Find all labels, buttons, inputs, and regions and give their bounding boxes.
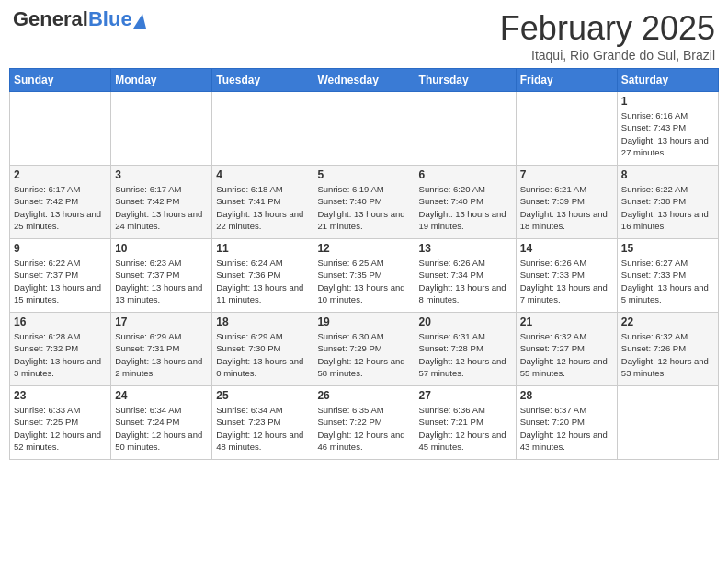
day-cell: 20Sunrise: 6:31 AM Sunset: 7:28 PM Dayli…: [415, 313, 516, 386]
day-cell: 27Sunrise: 6:36 AM Sunset: 7:21 PM Dayli…: [415, 386, 516, 460]
title-block: February 2025 Itaqui, Rio Grande do Sul,…: [500, 9, 715, 63]
day-cell: 3Sunrise: 6:17 AM Sunset: 7:42 PM Daylig…: [111, 166, 212, 239]
day-info: Sunrise: 6:36 AM Sunset: 7:21 PM Dayligh…: [419, 404, 512, 453]
day-info: Sunrise: 6:24 AM Sunset: 7:36 PM Dayligh…: [216, 257, 309, 305]
day-number: 19: [317, 316, 410, 328]
day-cell: 21Sunrise: 6:32 AM Sunset: 7:27 PM Dayli…: [516, 313, 617, 386]
weekday-header-saturday: Saturday: [617, 69, 718, 92]
day-number: 12: [317, 242, 410, 255]
day-info: Sunrise: 6:21 AM Sunset: 7:39 PM Dayligh…: [520, 183, 613, 232]
day-number: 7: [520, 168, 613, 181]
day-number: 24: [115, 389, 208, 402]
day-number: 14: [520, 242, 613, 255]
day-number: 8: [621, 168, 714, 181]
day-number: 10: [115, 242, 208, 255]
day-number: 18: [216, 316, 309, 328]
day-info: Sunrise: 6:22 AM Sunset: 7:38 PM Dayligh…: [621, 183, 714, 232]
week-row-5: 23Sunrise: 6:33 AM Sunset: 7:25 PM Dayli…: [10, 386, 719, 460]
day-number: 6: [419, 168, 512, 181]
day-cell: 18Sunrise: 6:29 AM Sunset: 7:30 PM Dayli…: [212, 313, 313, 386]
logo-triangle-icon: [133, 14, 146, 29]
day-info: Sunrise: 6:32 AM Sunset: 7:27 PM Dayligh…: [520, 330, 613, 379]
day-info: Sunrise: 6:17 AM Sunset: 7:42 PM Dayligh…: [115, 183, 208, 232]
day-number: 16: [14, 316, 107, 328]
day-cell: 25Sunrise: 6:34 AM Sunset: 7:23 PM Dayli…: [212, 386, 313, 460]
week-row-1: 1Sunrise: 6:16 AM Sunset: 7:43 PM Daylig…: [10, 92, 719, 166]
day-info: Sunrise: 6:30 AM Sunset: 7:29 PM Dayligh…: [317, 330, 410, 379]
week-row-4: 16Sunrise: 6:28 AM Sunset: 7:32 PM Dayli…: [10, 313, 719, 386]
day-cell: 4Sunrise: 6:18 AM Sunset: 7:41 PM Daylig…: [212, 166, 313, 239]
weekday-header-monday: Monday: [111, 69, 212, 92]
day-info: Sunrise: 6:16 AM Sunset: 7:43 PM Dayligh…: [621, 109, 714, 158]
day-cell: [617, 386, 718, 460]
day-number: 22: [621, 316, 714, 328]
weekday-header-tuesday: Tuesday: [212, 69, 313, 92]
day-cell: 16Sunrise: 6:28 AM Sunset: 7:32 PM Dayli…: [10, 313, 111, 386]
day-info: Sunrise: 6:25 AM Sunset: 7:35 PM Dayligh…: [317, 257, 410, 305]
day-cell: 2Sunrise: 6:17 AM Sunset: 7:42 PM Daylig…: [10, 166, 111, 239]
day-info: Sunrise: 6:23 AM Sunset: 7:37 PM Dayligh…: [115, 257, 208, 305]
day-cell: 26Sunrise: 6:35 AM Sunset: 7:22 PM Dayli…: [313, 386, 415, 460]
day-info: Sunrise: 6:34 AM Sunset: 7:23 PM Dayligh…: [216, 404, 309, 453]
day-cell: [212, 92, 313, 166]
day-number: 2: [14, 168, 107, 181]
day-number: 13: [419, 242, 512, 255]
day-info: Sunrise: 6:19 AM Sunset: 7:40 PM Dayligh…: [317, 183, 410, 232]
day-cell: 13Sunrise: 6:26 AM Sunset: 7:34 PM Dayli…: [415, 239, 516, 313]
day-info: Sunrise: 6:29 AM Sunset: 7:30 PM Dayligh…: [216, 330, 309, 379]
day-number: 15: [621, 242, 714, 255]
weekday-header-row: SundayMondayTuesdayWednesdayThursdayFrid…: [10, 69, 719, 92]
day-cell: 6Sunrise: 6:20 AM Sunset: 7:40 PM Daylig…: [415, 166, 516, 239]
day-cell: 24Sunrise: 6:34 AM Sunset: 7:24 PM Dayli…: [111, 386, 212, 460]
day-info: Sunrise: 6:22 AM Sunset: 7:37 PM Dayligh…: [14, 257, 107, 305]
day-info: Sunrise: 6:37 AM Sunset: 7:20 PM Dayligh…: [520, 404, 613, 453]
day-cell: 5Sunrise: 6:19 AM Sunset: 7:40 PM Daylig…: [313, 166, 415, 239]
weekday-header-wednesday: Wednesday: [313, 69, 415, 92]
calendar-table: SundayMondayTuesdayWednesdayThursdayFrid…: [9, 68, 719, 460]
day-cell: 11Sunrise: 6:24 AM Sunset: 7:36 PM Dayli…: [212, 239, 313, 313]
day-number: 1: [621, 95, 714, 108]
day-cell: [10, 92, 111, 166]
day-number: 9: [14, 242, 107, 255]
month-title: February 2025: [500, 9, 715, 48]
day-info: Sunrise: 6:26 AM Sunset: 7:33 PM Dayligh…: [520, 257, 613, 305]
day-cell: [111, 92, 212, 166]
day-info: Sunrise: 6:28 AM Sunset: 7:32 PM Dayligh…: [14, 330, 107, 379]
logo-blue-text: Blue: [88, 7, 132, 30]
weekday-header-friday: Friday: [516, 69, 617, 92]
day-info: Sunrise: 6:26 AM Sunset: 7:34 PM Dayligh…: [419, 257, 512, 305]
location: Itaqui, Rio Grande do Sul, Brazil: [500, 48, 715, 63]
day-number: 11: [216, 242, 309, 255]
day-info: Sunrise: 6:29 AM Sunset: 7:31 PM Dayligh…: [115, 330, 208, 379]
day-cell: 12Sunrise: 6:25 AM Sunset: 7:35 PM Dayli…: [313, 239, 415, 313]
day-number: 23: [14, 389, 107, 402]
day-cell: 9Sunrise: 6:22 AM Sunset: 7:37 PM Daylig…: [10, 239, 111, 313]
day-info: Sunrise: 6:18 AM Sunset: 7:41 PM Dayligh…: [216, 183, 309, 232]
week-row-2: 2Sunrise: 6:17 AM Sunset: 7:42 PM Daylig…: [10, 166, 719, 239]
day-number: 27: [419, 389, 512, 402]
day-number: 28: [520, 389, 613, 402]
day-info: Sunrise: 6:34 AM Sunset: 7:24 PM Dayligh…: [115, 404, 208, 453]
day-info: Sunrise: 6:20 AM Sunset: 7:40 PM Dayligh…: [419, 183, 512, 232]
day-number: 5: [317, 168, 410, 181]
day-cell: 10Sunrise: 6:23 AM Sunset: 7:37 PM Dayli…: [111, 239, 212, 313]
day-cell: 19Sunrise: 6:30 AM Sunset: 7:29 PM Dayli…: [313, 313, 415, 386]
day-number: 17: [115, 316, 208, 328]
day-info: Sunrise: 6:32 AM Sunset: 7:26 PM Dayligh…: [621, 330, 714, 379]
day-info: Sunrise: 6:33 AM Sunset: 7:25 PM Dayligh…: [14, 404, 107, 453]
day-info: Sunrise: 6:31 AM Sunset: 7:28 PM Dayligh…: [419, 330, 512, 379]
day-cell: 22Sunrise: 6:32 AM Sunset: 7:26 PM Dayli…: [617, 313, 718, 386]
day-info: Sunrise: 6:17 AM Sunset: 7:42 PM Dayligh…: [14, 183, 107, 232]
day-number: 26: [317, 389, 410, 402]
day-number: 25: [216, 389, 309, 402]
logo: GeneralBlue: [13, 9, 146, 29]
day-cell: [516, 92, 617, 166]
week-row-3: 9Sunrise: 6:22 AM Sunset: 7:37 PM Daylig…: [10, 239, 719, 313]
day-number: 20: [419, 316, 512, 328]
day-cell: 17Sunrise: 6:29 AM Sunset: 7:31 PM Dayli…: [111, 313, 212, 386]
day-cell: 15Sunrise: 6:27 AM Sunset: 7:33 PM Dayli…: [617, 239, 718, 313]
day-info: Sunrise: 6:27 AM Sunset: 7:33 PM Dayligh…: [621, 257, 714, 305]
day-number: 4: [216, 168, 309, 181]
day-cell: 23Sunrise: 6:33 AM Sunset: 7:25 PM Dayli…: [10, 386, 111, 460]
day-cell: [313, 92, 415, 166]
